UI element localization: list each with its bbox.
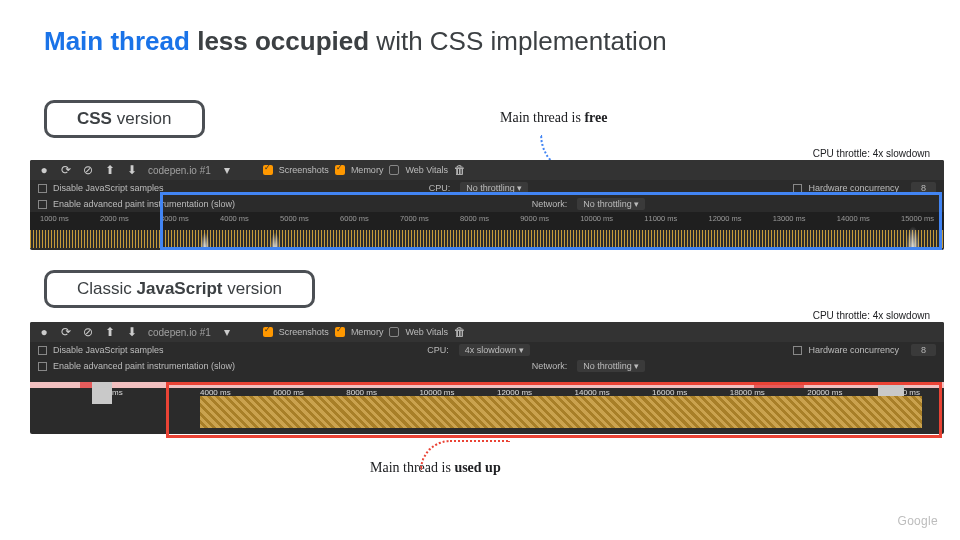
trash-icon[interactable]: 🗑 xyxy=(454,164,466,176)
trash-icon[interactable]: 🗑 xyxy=(454,326,466,338)
cpu-spike xyxy=(906,226,920,248)
checkbox-adv-paint[interactable] xyxy=(38,362,47,371)
cpu-throttle-caption-2: CPU throttle: 4x slowdown xyxy=(813,310,930,321)
upload-icon[interactable]: ⬆ xyxy=(104,326,116,338)
checkbox-screenshots[interactable] xyxy=(263,165,273,175)
cpu-label: CPU: xyxy=(429,183,451,193)
slide-title: Main thread less occupied with CSS imple… xyxy=(44,26,667,57)
annotation-main-thread-free: Main thread is free xyxy=(500,110,607,126)
timeline-ticks: 1000 ms2000 ms3000 ms 4000 ms5000 ms6000… xyxy=(30,214,944,223)
adv-paint-label: Enable advanced paint instrumentation (s… xyxy=(53,199,235,209)
devtools-panel-css: ● ⟳ ⊘ ⬆ ⬇ codepen.io #1 ▾ Screenshots Me… xyxy=(30,160,944,250)
checkbox-webvitals-label: Web Vitals xyxy=(405,165,448,175)
adv-paint-label: Enable advanced paint instrumentation (s… xyxy=(53,361,235,371)
row-disable-js: Disable JavaScript samples CPU: 4x slowd… xyxy=(30,342,944,358)
hw-concurrency-value[interactable]: 8 xyxy=(911,344,936,356)
download-icon[interactable]: ⬇ xyxy=(126,164,138,176)
checkbox-memory[interactable] xyxy=(335,165,345,175)
hw-concurrency-label: Hardware concurrency xyxy=(808,345,899,355)
row-adv-paint: Enable advanced paint instrumentation (s… xyxy=(30,196,944,212)
row-adv-paint: Enable advanced paint instrumentation (s… xyxy=(30,358,944,374)
upload-icon[interactable]: ⬆ xyxy=(104,164,116,176)
hw-concurrency-label: Hardware concurrency xyxy=(808,183,899,193)
devtools-panel-js: ● ⟳ ⊘ ⬆ ⬇ codepen.io #1 ▾ Screenshots Me… xyxy=(30,322,944,434)
checkbox-screenshots-label: Screenshots xyxy=(279,165,329,175)
cpu-throttle-select[interactable]: No throttling ▾ xyxy=(460,182,528,194)
label-css-version: CSS version xyxy=(44,100,205,138)
clear-icon[interactable]: ⊘ xyxy=(82,164,94,176)
disable-js-label: Disable JavaScript samples xyxy=(53,345,164,355)
dropdown-icon[interactable]: ▾ xyxy=(221,164,233,176)
main-thread-busy-region xyxy=(200,396,922,428)
network-label: Network: xyxy=(532,361,568,371)
cpu-block xyxy=(92,382,112,404)
clear-icon[interactable]: ⊘ xyxy=(82,326,94,338)
checkbox-memory[interactable] xyxy=(335,327,345,337)
checkbox-disable-js[interactable] xyxy=(38,346,47,355)
network-throttle-select[interactable]: No throttling ▾ xyxy=(577,360,645,372)
record-icon[interactable]: ● xyxy=(38,326,50,338)
annotation-arrow-2 xyxy=(420,440,510,470)
tab-name: codepen.io #1 xyxy=(148,165,211,176)
checkbox-hw-concurrency[interactable] xyxy=(793,184,802,193)
cpu-activity-strip xyxy=(30,230,944,248)
checkbox-screenshots-label: Screenshots xyxy=(279,327,329,337)
timeline-overview-css[interactable]: 1000 ms2000 ms3000 ms 4000 ms5000 ms6000… xyxy=(30,212,944,248)
cpu-throttle-select[interactable]: 4x slowdown ▾ xyxy=(459,344,530,356)
network-label: Network: xyxy=(532,199,568,209)
disable-js-label: Disable JavaScript samples xyxy=(53,183,164,193)
dropdown-icon[interactable]: ▾ xyxy=(221,326,233,338)
label-js-version: Classic JavaScript version xyxy=(44,270,315,308)
devtools-toolbar: ● ⟳ ⊘ ⬆ ⬇ codepen.io #1 ▾ Screenshots Me… xyxy=(30,322,944,342)
hw-concurrency-value[interactable]: 8 xyxy=(911,182,936,194)
record-icon[interactable]: ● xyxy=(38,164,50,176)
tab-name: codepen.io #1 xyxy=(148,327,211,338)
checkbox-memory-label: Memory xyxy=(351,327,384,337)
devtools-toolbar: ● ⟳ ⊘ ⬆ ⬇ codepen.io #1 ▾ Screenshots Me… xyxy=(30,160,944,180)
checkbox-hw-concurrency[interactable] xyxy=(793,346,802,355)
checkbox-webvitals[interactable] xyxy=(389,327,399,337)
footer-logo: Google xyxy=(898,514,939,528)
checkbox-webvitals-label: Web Vitals xyxy=(405,327,448,337)
checkbox-disable-js[interactable] xyxy=(38,184,47,193)
checkbox-memory-label: Memory xyxy=(351,165,384,175)
network-throttle-select[interactable]: No throttling ▾ xyxy=(577,198,645,210)
checkbox-adv-paint[interactable] xyxy=(38,200,47,209)
cpu-label: CPU: xyxy=(427,345,449,355)
reload-icon[interactable]: ⟳ xyxy=(60,326,72,338)
reload-icon[interactable]: ⟳ xyxy=(60,164,72,176)
download-icon[interactable]: ⬇ xyxy=(126,326,138,338)
checkbox-screenshots[interactable] xyxy=(263,327,273,337)
cpu-throttle-caption-1: CPU throttle: 4x slowdown xyxy=(813,148,930,159)
cpu-spike xyxy=(270,232,280,248)
cpu-spike xyxy=(200,232,210,248)
row-disable-js: Disable JavaScript samples CPU: No throt… xyxy=(30,180,944,196)
checkbox-webvitals[interactable] xyxy=(389,165,399,175)
